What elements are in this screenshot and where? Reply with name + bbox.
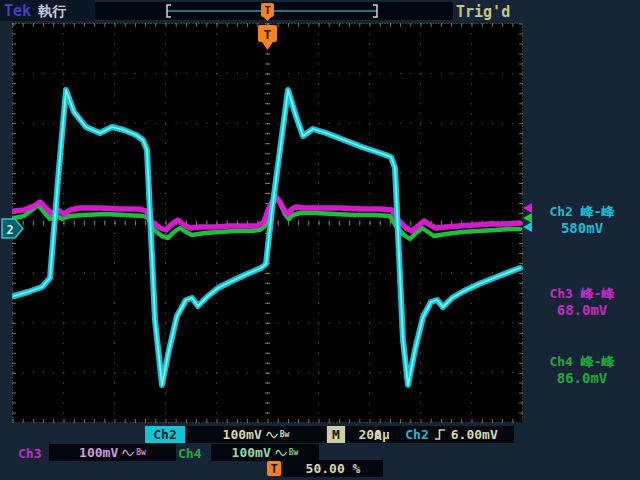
ch4-scale-readout: 100mV Bw (211, 444, 319, 461)
oscilloscope-screen: Tek 執行 Trig'd T T 2 (0, 0, 640, 480)
timebase-badge: M (327, 426, 345, 443)
measurement-ch4-value: 86.0mV (526, 370, 638, 387)
ch2-ac-coupling-icon (266, 430, 279, 440)
measurement-ch2-value: 580mV (526, 220, 638, 237)
ch4-ac-coupling-icon (275, 448, 288, 458)
ch3-scale-readout: 100mV Bw (49, 444, 176, 461)
trigger-readout: Ch2 6.00mV (389, 426, 514, 443)
ch2-scale-readout: 100mV Bw (186, 426, 326, 443)
trigger-source: Ch2 (405, 427, 428, 442)
horizontal-position-readout: 50.00 % (283, 460, 383, 477)
svg-text:T: T (264, 4, 271, 17)
ch2-scale-value: 100mV (223, 427, 262, 442)
ch4-scale-value: 100mV (232, 445, 271, 460)
ch3-channel-label: Ch3 (18, 446, 41, 461)
scope-display: T T 2 (0, 0, 640, 480)
ch3-ac-coupling-icon (122, 448, 135, 458)
measurement-ch3-pkpk: Ch3 峰-峰 68.0mV (526, 285, 638, 319)
horizontal-position-icon: T (267, 461, 281, 476)
ch2-channel-badge: Ch2 (145, 426, 185, 443)
measurement-ch3-value: 68.0mV (526, 302, 638, 319)
record-trigger-position-icon: T (261, 3, 274, 21)
record-bar: T (167, 3, 377, 21)
trigger-a-label: A (374, 428, 382, 443)
ch4-channel-label: Ch4 (178, 446, 201, 461)
ch3-scale-value: 100mV (79, 445, 118, 460)
ch4-bandwidth-limit-icon: Bw (289, 448, 299, 457)
measurement-ch2-label: Ch2 峰-峰 (526, 203, 638, 220)
ch2-bandwidth-limit-icon: Bw (280, 430, 290, 439)
measurement-ch4-label: Ch4 峰-峰 (526, 353, 638, 370)
svg-text:2: 2 (6, 223, 13, 237)
ch3-bandwidth-limit-icon: Bw (136, 448, 146, 457)
svg-text:T: T (264, 27, 272, 42)
measurement-ch3-label: Ch3 峰-峰 (526, 285, 638, 302)
trigger-level-value: 6.00mV (451, 427, 498, 442)
measurement-ch2-pkpk: Ch2 峰-峰 580mV (526, 203, 638, 237)
measurement-ch4-pkpk: Ch4 峰-峰 86.0mV (526, 353, 638, 387)
rising-edge-icon (434, 428, 446, 441)
